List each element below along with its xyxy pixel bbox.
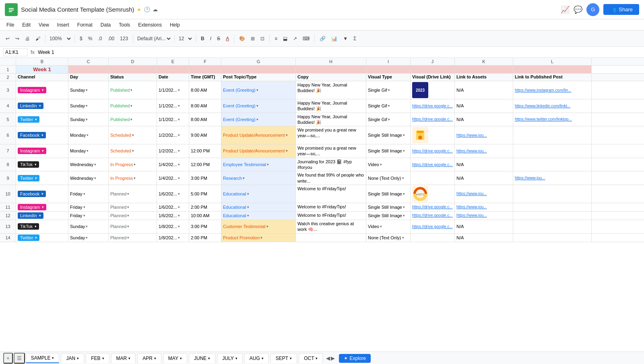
date-dropdown[interactable]: ▾	[178, 88, 180, 92]
day-dropdown[interactable]: ▾	[94, 176, 96, 180]
cell-visual-drive-3[interactable]: 2023	[411, 81, 455, 99]
cell-date-11[interactable]: 1/6/202... ▾	[157, 203, 189, 211]
post-dropdown[interactable]: ▾	[256, 104, 258, 108]
borders-button[interactable]: ⊞	[248, 34, 257, 43]
col-header-c[interactable]: C	[68, 58, 109, 65]
sheet-list-button[interactable]: ☰	[14, 353, 25, 364]
week-cell-g[interactable]	[221, 66, 296, 73]
week-cell-k[interactable]	[455, 66, 513, 73]
post-dropdown[interactable]: ▾	[256, 88, 258, 92]
cell-post-topic-14[interactable]: Product Promotion ▾	[221, 234, 296, 242]
day-dropdown[interactable]: ▾	[83, 214, 85, 218]
cell-visual-type-11[interactable]: Single Still Image ▾	[366, 203, 411, 211]
cell-status-8[interactable]: In Progress ▾	[109, 158, 157, 171]
cell-visual-type-10[interactable]: Single Still Image ▾	[366, 185, 411, 203]
cell-copy-8[interactable]: Journaling for 2023 📓 #fyp #foryou	[296, 158, 366, 171]
tab-dropdown-icon[interactable]: ▾	[290, 356, 292, 360]
cell-link-published-13[interactable]	[513, 220, 592, 233]
cell-channel-12[interactable]: LinkedIn▾	[16, 212, 68, 220]
cell-copy-9[interactable]: We found that 99% of people who write...	[296, 171, 366, 185]
visual-type-dropdown[interactable]: ▾	[380, 162, 382, 167]
cell-link-assets-13[interactable]: N/A	[455, 220, 513, 233]
date-dropdown[interactable]: ▾	[178, 214, 180, 218]
channel-badge[interactable]: Instagram▾	[18, 87, 46, 93]
cell-link-published-5[interactable]: https://www.twitter.com/linktop...	[513, 113, 592, 126]
cell-copy-13[interactable]: Watch this creative genius at work 🧠...	[296, 220, 366, 233]
tab-dropdown-icon[interactable]: ▾	[128, 356, 130, 360]
week-cell-i[interactable]	[366, 66, 411, 73]
sheet-tab-feb[interactable]: FEB▾	[86, 353, 109, 363]
tab-scroll-left[interactable]: ◀	[326, 355, 330, 361]
channel-badge[interactable]: Instagram▾	[18, 204, 46, 210]
channel-badge[interactable]: Instagram▾	[18, 148, 46, 154]
menu-item-edit[interactable]: Edit	[19, 21, 34, 29]
cell-time-5[interactable]: 8:00 AM	[189, 113, 221, 126]
cell-time-8[interactable]: 12:00 PM	[189, 158, 221, 171]
sheet-tab-sample[interactable]: SAMPLE▾	[26, 353, 60, 363]
day-dropdown[interactable]: ▾	[87, 149, 89, 153]
cell-date-5[interactable]: 1/1/202... ▾	[157, 113, 189, 126]
cell-link-assets-14[interactable]: N/A	[455, 234, 513, 242]
cell-date-9[interactable]: 1/4/202... ▾	[157, 171, 189, 185]
cell-day-6[interactable]: Monday ▾	[68, 126, 109, 144]
decimal-less-button[interactable]: .00	[105, 34, 117, 43]
history-icon[interactable]: 🕐	[144, 6, 150, 12]
day-dropdown[interactable]: ▾	[86, 236, 88, 240]
status-dropdown[interactable]: ▾	[134, 176, 136, 180]
menu-item-insert[interactable]: Insert	[54, 21, 72, 29]
visual-type-dropdown[interactable]: ▾	[380, 224, 382, 228]
user-avatar[interactable]: G	[586, 3, 599, 16]
cell-date-10[interactable]: 1/6/202... ▾	[157, 185, 189, 203]
cell-post-topic-7[interactable]: Product Update/Announcement ▾	[221, 144, 296, 158]
cell-day-12[interactable]: Friday ▾	[68, 212, 109, 220]
cell-status-9[interactable]: In Progress ▾	[109, 171, 157, 185]
sheet-tab-july[interactable]: JULY▾	[217, 353, 242, 363]
channel-badge[interactable]: Twitter▾	[18, 234, 39, 241]
header-day[interactable]: Day	[68, 74, 109, 81]
cell-day-7[interactable]: Monday ▾	[68, 144, 109, 158]
cell-copy-10[interactable]: Welcome to #FridayTips!	[296, 185, 366, 203]
cell-visual-type-6[interactable]: Single Still Image ▾	[366, 126, 411, 144]
menu-item-extensions[interactable]: Extensions	[135, 21, 165, 29]
post-dropdown[interactable]: ▾	[256, 117, 258, 121]
cell-link-assets-7[interactable]: https://www.jou...	[455, 144, 513, 158]
cell-post-topic-12[interactable]: Educational ▾	[221, 212, 296, 220]
cell-visual-drive-14[interactable]	[411, 234, 455, 242]
cell-channel-3[interactable]: Instagram▾	[16, 81, 68, 99]
cell-link-assets-10[interactable]: https://www.jou...	[455, 185, 513, 203]
valign-button[interactable]: ⬓	[281, 34, 290, 43]
cell-link-published-9[interactable]: https://www.jou...	[513, 171, 592, 185]
cell-link-published-4[interactable]: https://www.linkedin.com/linkt...	[513, 99, 592, 113]
status-dropdown[interactable]: ▾	[127, 192, 129, 196]
cell-post-topic-8[interactable]: Employee Testimonial ▾	[221, 158, 296, 171]
analytics-icon[interactable]: 📈	[561, 5, 570, 14]
cell-link-assets-3[interactable]: N/A	[455, 81, 513, 99]
header-post-topic[interactable]: Post Topic/Type	[221, 74, 296, 81]
visual-type-dropdown[interactable]: ▾	[388, 117, 390, 121]
date-dropdown[interactable]: ▾	[178, 192, 180, 196]
channel-dropdown[interactable]: ▾	[35, 162, 37, 167]
cell-time-6[interactable]: 9:00 AM	[189, 126, 221, 144]
cell-day-5[interactable]: Sunday ▾	[68, 113, 109, 126]
status-dropdown[interactable]: ▾	[130, 117, 132, 121]
status-dropdown[interactable]: ▾	[132, 133, 134, 137]
cell-copy-7[interactable]: We promised you a great new year—so,...	[296, 144, 366, 158]
wrap-button[interactable]: ⌨	[300, 34, 312, 43]
col-header-k[interactable]: K	[455, 58, 513, 65]
cell-date-14[interactable]: 1/8/202... ▾	[157, 234, 189, 242]
channel-dropdown[interactable]: ▾	[42, 149, 44, 153]
col-header-b[interactable]: B	[16, 58, 68, 65]
cell-link-published-7[interactable]	[513, 144, 592, 158]
cell-visual-type-8[interactable]: Video ▾	[366, 158, 411, 171]
channel-badge[interactable]: Facebook▾	[18, 132, 46, 138]
visual-type-dropdown[interactable]: ▾	[403, 205, 405, 209]
cell-status-11[interactable]: Planned ▾	[109, 203, 157, 211]
cell-date-12[interactable]: 1/6/202... ▾	[157, 212, 189, 220]
header-visual-type[interactable]: Visual Type	[366, 74, 411, 81]
number-format-button[interactable]: 123	[118, 34, 130, 43]
decimal-more-button[interactable]: .0	[95, 34, 104, 43]
cell-time-3[interactable]: 8:00 AM	[189, 81, 221, 99]
post-dropdown[interactable]: ▾	[266, 224, 268, 228]
menu-item-data[interactable]: Data	[97, 21, 114, 29]
cell-date-6[interactable]: 1/2/202... ▾	[157, 126, 189, 144]
